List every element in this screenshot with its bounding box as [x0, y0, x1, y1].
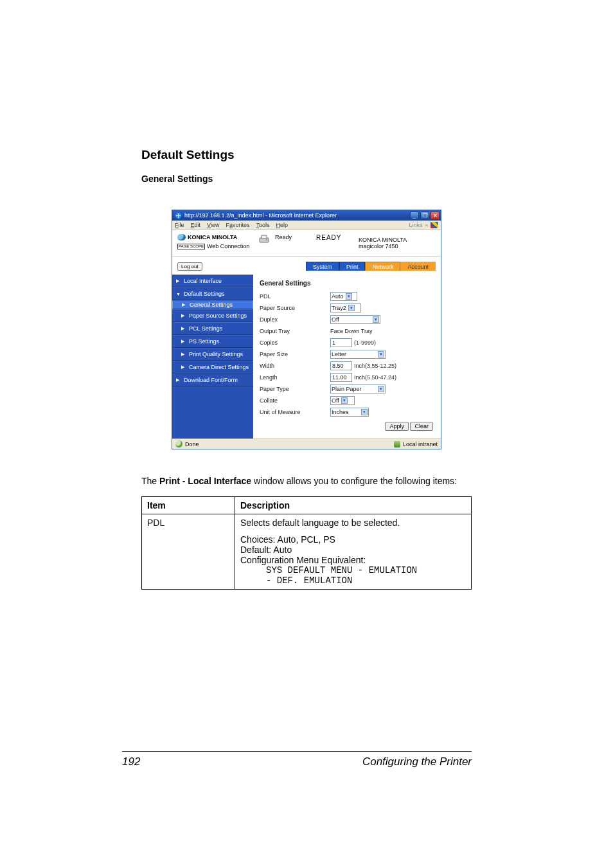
- label-collate: Collate: [260, 397, 330, 404]
- select-duplex[interactable]: Off▾: [330, 315, 380, 324]
- triangle-right-icon: ▶: [176, 377, 181, 383]
- sidebar-item-label: PS Settings: [189, 338, 219, 345]
- select-collate[interactable]: Off▾: [330, 396, 355, 405]
- apply-button[interactable]: Apply: [385, 422, 409, 431]
- sidebar-item-ps-settings[interactable]: ▶PS Settings: [172, 335, 253, 348]
- select-value: Auto: [332, 293, 344, 300]
- table-row: PDL Selects default language to be selec…: [142, 514, 472, 589]
- hint-copies: (1-9999): [354, 339, 376, 346]
- heading-default-settings: Default Settings: [141, 148, 472, 162]
- label-length: Length: [260, 374, 330, 381]
- toolbar-row: Log out System Print Network Account: [172, 257, 441, 275]
- row-collate: Collate Off▾: [260, 395, 437, 406]
- select-paper-type[interactable]: Plain Paper▾: [330, 384, 386, 393]
- para-pre: The: [141, 476, 159, 486]
- sidebar-item-general-settings[interactable]: ▶General Settings: [172, 300, 253, 309]
- pagescope-header: KONICA MINOLTA PAGE SCOPE Web Connection…: [172, 230, 441, 257]
- main-panel: General Settings PDL Auto▾ Paper Source …: [253, 275, 441, 439]
- menu-file[interactable]: File: [175, 222, 184, 228]
- triangle-down-icon: ▼: [176, 292, 181, 296]
- th-description: Description: [235, 496, 472, 514]
- select-value: Off: [332, 397, 339, 404]
- th-item: Item: [142, 496, 235, 514]
- input-length[interactable]: 11.00: [330, 373, 352, 382]
- select-uom[interactable]: Inches▾: [330, 408, 369, 417]
- desc-line: Selects default language to be selected.: [240, 518, 466, 528]
- sidebar-item-camera-direct-settings[interactable]: ▶Camera Direct Settings: [172, 361, 253, 374]
- menu-edit[interactable]: Edit: [191, 222, 201, 228]
- tab-system[interactable]: System: [306, 262, 339, 271]
- label-paper-source: Paper Source: [260, 305, 330, 311]
- row-paper-source: Paper Source Tray2▾: [260, 302, 437, 314]
- sidebar-item-default-settings[interactable]: ▼Default Settings: [172, 287, 253, 300]
- label-paper-type: Paper Type: [260, 386, 330, 392]
- triangle-right-icon: ▶: [182, 302, 187, 307]
- tab-bar: System Print Network Account: [306, 262, 436, 271]
- chevron-down-icon: ▾: [346, 293, 352, 300]
- tab-account[interactable]: Account: [400, 262, 436, 271]
- sidebar-item-local-interface[interactable]: ▶Local Interface: [172, 275, 253, 287]
- window-maximize-button[interactable]: ❐: [420, 212, 429, 219]
- label-duplex: Duplex: [260, 316, 330, 323]
- pagescope-badge-icon: PAGE SCOPE: [177, 244, 205, 249]
- heading-general-settings: General Settings: [141, 174, 472, 184]
- row-output-tray: Output Tray Face Down Tray: [260, 325, 437, 337]
- logout-button[interactable]: Log out: [177, 262, 202, 271]
- links-label[interactable]: Links: [409, 222, 423, 228]
- row-pdl: PDL Auto▾: [260, 291, 437, 302]
- label-width: Width: [260, 363, 330, 369]
- select-paper-source[interactable]: Tray2▾: [330, 303, 361, 312]
- browser-window: http://192.168.1.2/a_index.html - Micros…: [172, 210, 441, 449]
- printer-status-icon: [258, 234, 270, 244]
- triangle-right-icon: ▶: [181, 352, 186, 357]
- tab-network[interactable]: Network: [365, 262, 400, 271]
- desc-code: - DEF. EMULATION: [240, 575, 466, 586]
- chevron-down-icon: ▾: [348, 305, 355, 311]
- input-copies[interactable]: 1: [330, 338, 352, 347]
- sidebar-item-paper-source-settings[interactable]: ▶Paper Source Settings: [172, 309, 253, 322]
- ie-flag-icon: [431, 222, 438, 228]
- done-icon: [175, 440, 182, 448]
- desc-line: Configuration Menu Equivalent:: [240, 555, 466, 565]
- sidebar-item-label: Print Quality Settings: [189, 351, 243, 357]
- status-zone: Local intranet: [403, 441, 438, 448]
- window-minimize-button[interactable]: _: [410, 212, 419, 219]
- menu-favorites[interactable]: Favorites: [226, 222, 249, 228]
- row-copies: Copies 1 (1-9999): [260, 337, 437, 348]
- sidebar-item-pcl-settings[interactable]: ▶PCL Settings: [172, 322, 253, 335]
- sidebar-item-download-font-form[interactable]: ▶Download Font/Form: [172, 374, 253, 386]
- links-chevron-icon[interactable]: »: [425, 222, 428, 228]
- triangle-right-icon: ▶: [181, 339, 186, 344]
- device-brand: KONICA MINOLTA: [359, 237, 436, 243]
- triangle-right-icon: ▶: [181, 326, 186, 331]
- clear-button[interactable]: Clear: [410, 422, 433, 431]
- select-value: Off: [332, 316, 339, 323]
- sidebar-item-label: Download Font/Form: [184, 377, 238, 383]
- menu-tools[interactable]: Tools: [256, 222, 269, 228]
- label-pdl: PDL: [260, 293, 330, 300]
- browser-menubar: File Edit View Favorites Tools Help Link…: [172, 221, 441, 230]
- description-table: Item Description PDL Selects default lan…: [141, 496, 472, 590]
- select-value: Inches: [332, 409, 349, 415]
- printer-status-label: Ready: [275, 234, 292, 240]
- konica-logo-icon: [177, 234, 186, 240]
- sidebar-item-print-quality-settings[interactable]: ▶Print Quality Settings: [172, 348, 253, 361]
- browser-title: http://192.168.1.2/a_index.html - Micros…: [184, 212, 410, 219]
- sidebar-item-label: General Settings: [190, 302, 233, 308]
- desc-code: SYS DEFAULT MENU - EMULATION: [240, 565, 466, 575]
- window-close-button[interactable]: ✕: [431, 212, 440, 219]
- select-paper-size[interactable]: Letter▾: [330, 350, 386, 359]
- chevron-down-icon: ▾: [373, 316, 379, 323]
- select-pdl[interactable]: Auto▾: [330, 292, 357, 301]
- brand-name: KONICA MINOLTA: [188, 234, 237, 240]
- row-paper-size: Paper Size Letter▾: [260, 348, 437, 360]
- input-width[interactable]: 8.50: [330, 361, 352, 370]
- menu-help[interactable]: Help: [276, 222, 288, 228]
- menu-view[interactable]: View: [207, 222, 219, 228]
- sidebar-item-label: Camera Direct Settings: [189, 364, 249, 370]
- cell-desc-pdl: Selects default language to be selected.…: [235, 514, 472, 589]
- row-length: Length 11.00 Inch(5.50-47.24): [260, 372, 437, 383]
- intro-paragraph: The Print - Local Interface window allow…: [141, 475, 472, 487]
- tab-print[interactable]: Print: [339, 262, 366, 271]
- row-width: Width 8.50 Inch(3.55-12.25): [260, 360, 437, 372]
